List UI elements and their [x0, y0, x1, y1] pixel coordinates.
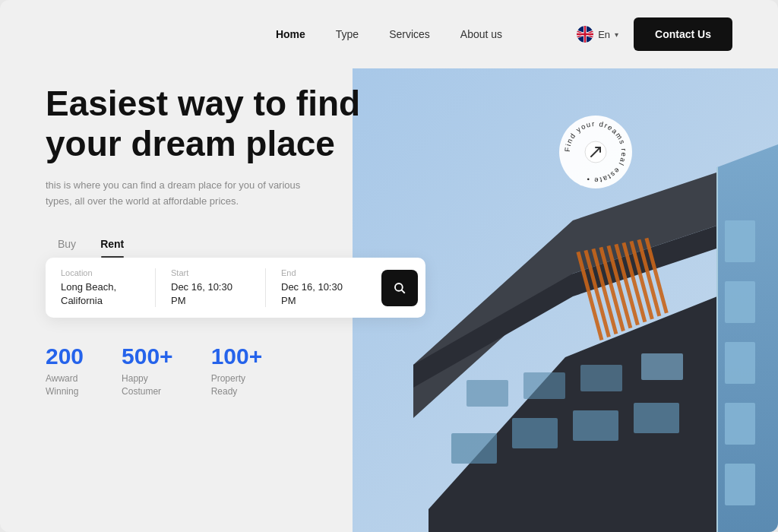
- stat-award: 200 Awward Winning: [46, 345, 84, 398]
- nav-about[interactable]: About us: [460, 28, 502, 40]
- stat-award-number: 200: [46, 345, 84, 368]
- tab-rent[interactable]: Rent: [88, 232, 136, 258]
- stat-properties-label: Property Ready: [211, 372, 263, 398]
- svg-line-35: [402, 290, 405, 293]
- nav-links: Home Type Services About us: [276, 28, 502, 40]
- svg-rect-21: [523, 372, 565, 399]
- svg-rect-28: [725, 464, 755, 505]
- page-wrapper: Home Type Services About us En ▾: [0, 0, 778, 532]
- navbar: Home Type Services About us En ▾: [0, 0, 778, 68]
- start-label: Start: [171, 268, 250, 277]
- svg-rect-27: [725, 403, 755, 445]
- lang-label: En: [598, 29, 610, 40]
- location-label: Location: [61, 268, 140, 277]
- end-label: End: [281, 268, 360, 277]
- search-tabs: Buy Rent: [46, 232, 425, 258]
- svg-rect-22: [580, 365, 622, 391]
- circular-badge: Find your dreams real estate •: [558, 114, 634, 190]
- stat-customers-number: 500+: [122, 345, 173, 368]
- svg-rect-19: [634, 403, 679, 433]
- svg-rect-26: [725, 342, 755, 384]
- hero-section: Find your dreams real estate • Easiest w…: [0, 68, 778, 532]
- svg-rect-23: [641, 353, 683, 380]
- nav-services[interactable]: Services: [389, 28, 430, 40]
- hero-title: Easiest way to find your dream place: [46, 84, 425, 164]
- stats-row: 200 Awward Winning 500+ Happy Costumer 1…: [46, 345, 425, 398]
- end-field[interactable]: End Dec 16, 10:30 PM: [266, 268, 375, 307]
- svg-rect-20: [466, 380, 508, 407]
- stat-award-label: Awward Winning: [46, 372, 84, 398]
- search-bar: Location Long Beach, California Start De…: [46, 258, 425, 318]
- location-value: Long Beach, California: [61, 281, 116, 306]
- lang-selector[interactable]: En ▾: [577, 26, 618, 43]
- search-button[interactable]: [381, 270, 418, 306]
- svg-rect-17: [512, 418, 558, 448]
- stat-properties-number: 100+: [211, 345, 263, 368]
- svg-point-34: [395, 283, 403, 291]
- stat-customers: 500+ Happy Costumer: [122, 345, 173, 398]
- stat-customers-label: Happy Costumer: [122, 372, 173, 398]
- svg-rect-18: [573, 410, 618, 441]
- start-value: Dec 16, 10:30 PM: [171, 281, 232, 306]
- svg-rect-25: [725, 281, 755, 323]
- search-icon: [393, 281, 406, 295]
- nav-type[interactable]: Type: [336, 28, 359, 40]
- contact-button[interactable]: Contact Us: [634, 17, 732, 51]
- stat-properties: 100+ Property Ready: [211, 345, 263, 398]
- svg-rect-16: [451, 433, 497, 464]
- nav-right: En ▾ Contact Us: [577, 17, 732, 51]
- hero-subtitle: this is where you can find a dream place…: [46, 178, 304, 210]
- end-value: Dec 16, 10:30 PM: [281, 281, 343, 306]
- chevron-down-icon: ▾: [615, 30, 618, 39]
- tab-buy[interactable]: Buy: [46, 232, 88, 258]
- svg-rect-24: [725, 220, 755, 262]
- start-field[interactable]: Start Dec 16, 10:30 PM: [156, 268, 266, 307]
- flag-icon: [577, 26, 593, 43]
- hero-content: Easiest way to find your dream place thi…: [46, 84, 425, 398]
- nav-home[interactable]: Home: [276, 28, 305, 40]
- location-field[interactable]: Location Long Beach, California: [61, 268, 156, 307]
